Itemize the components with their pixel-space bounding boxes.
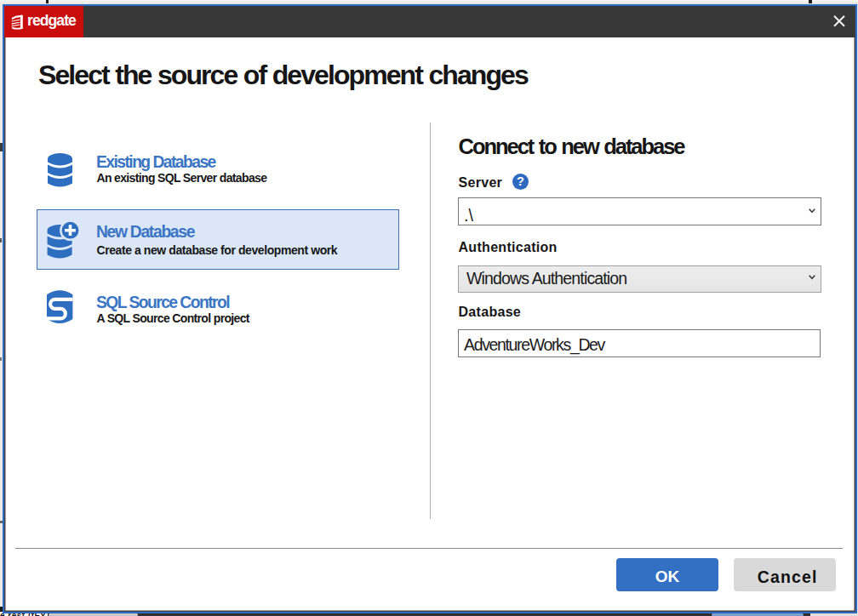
- svg-text:?: ?: [517, 174, 524, 188]
